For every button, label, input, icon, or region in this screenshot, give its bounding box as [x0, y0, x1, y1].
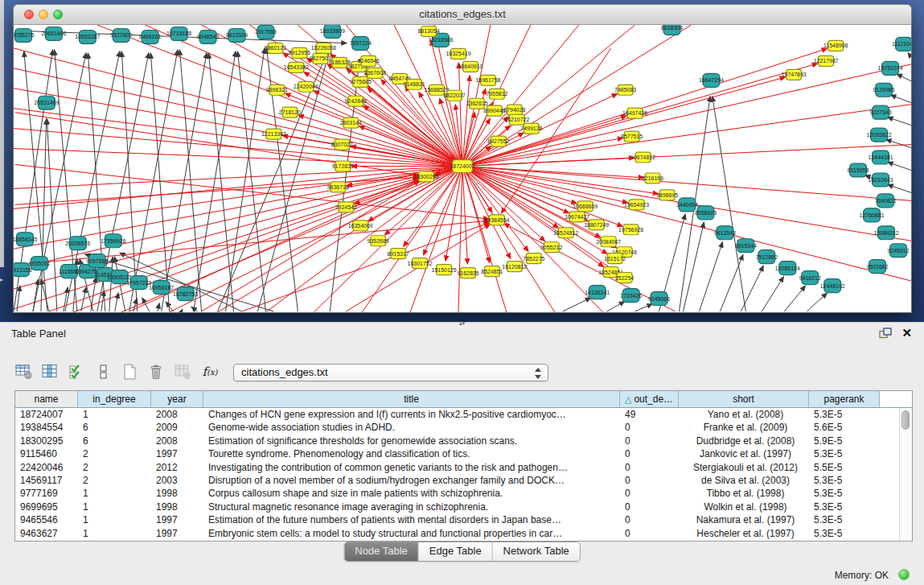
table-cell[interactable]: 0 [620, 513, 679, 526]
network-edge[interactable] [908, 52, 911, 57]
network-edge[interactable] [202, 181, 420, 311]
table-row[interactable]: 1938455462009Genome-wide association stu… [15, 421, 900, 434]
table-cell[interactable]: 5.9E-5 [809, 435, 880, 447]
import-table-disabled-icon[interactable] [174, 363, 193, 381]
network-canvas[interactable]: 9055276206914061055328715276026466161107… [13, 25, 912, 313]
table-select-dropdown[interactable]: citations_edges.txt [233, 364, 548, 381]
table-cell[interactable]: Genome-wide association studies in ADHD. [203, 421, 620, 434]
network-edge[interactable] [14, 167, 462, 229]
network-edge[interactable] [784, 286, 805, 311]
network-node[interactable]: 11121042 [892, 37, 911, 51]
network-edge[interactable] [720, 255, 743, 311]
network-edge[interactable] [179, 50, 201, 311]
network-edge[interactable] [888, 184, 911, 192]
network-node[interactable]: 3913158 [14, 263, 32, 277]
network-edge[interactable] [91, 277, 97, 311]
network-node[interactable]: 9097588 [86, 254, 108, 268]
table-cell[interactable]: 5.3E-5 [809, 408, 880, 421]
memory-status-indicator[interactable] [898, 569, 910, 580]
network-node[interactable]: 18640910 [458, 61, 483, 72]
network-node[interactable]: 6794028 [503, 105, 525, 115]
table-cell[interactable]: 2 [78, 461, 151, 474]
table-row[interactable]: 969969511998Structural magnetic resonanc… [15, 501, 900, 513]
network-node[interactable]: 7857224 [350, 36, 372, 50]
zoom-window-button[interactable] [53, 10, 63, 19]
network-edge[interactable] [158, 303, 160, 311]
column-header-in_degree[interactable]: in_degree [78, 391, 151, 408]
network-node[interactable]: 8216166 [642, 173, 663, 183]
network-edge[interactable] [741, 266, 763, 311]
network-edge[interactable] [462, 167, 659, 194]
network-node[interactable]: 9612543 [714, 226, 736, 240]
network-node[interactable]: 9416212 [799, 271, 821, 285]
network-node[interactable]: 20691406 [41, 27, 66, 40]
table-cell[interactable]: 5.6E-5 [809, 421, 880, 434]
table-cell[interactable]: 2008 [151, 408, 203, 421]
network-edge[interactable] [897, 74, 911, 81]
table-cell[interactable]: Dudbridge et al. (2008) [679, 435, 809, 447]
network-node[interactable]: 16497426 [622, 108, 647, 118]
network-node[interactable]: 18724007 [450, 160, 474, 173]
network-node[interactable]: 16033809 [320, 25, 345, 38]
table-cell[interactable]: 0 [620, 527, 679, 540]
table-cell[interactable]: 9465546 [15, 513, 78, 526]
network-node[interactable]: 12217987 [814, 56, 839, 66]
tab-network-table[interactable]: Network Table [493, 542, 580, 561]
network-node[interactable]: 10688609 [573, 201, 598, 212]
network-edge[interactable] [47, 119, 57, 311]
network-node[interactable]: 8990448 [483, 105, 505, 116]
network-node[interactable]: 8618304 [661, 25, 683, 35]
column-header-pagerank[interactable]: pagerank [809, 391, 880, 408]
network-node[interactable]: 17359928 [101, 234, 125, 248]
table-cell[interactable]: 1 [78, 527, 151, 540]
network-node[interactable]: 22420046 [294, 81, 318, 92]
table-cell[interactable]: 6 [78, 421, 151, 434]
table-cell[interactable]: 2 [78, 447, 151, 460]
network-node[interactable]: 7690821 [874, 194, 896, 208]
table-cell[interactable]: 18724007 [15, 408, 78, 421]
network-node[interactable]: 15150125 [432, 265, 457, 275]
network-edge[interactable] [699, 242, 722, 311]
network-node[interactable]: 9055212 [540, 242, 562, 253]
network-edge[interactable] [458, 167, 462, 312]
table-cell[interactable]: 1997 [151, 527, 203, 540]
network-node[interactable]: 8813054 [417, 26, 439, 36]
network-edge[interactable] [208, 53, 233, 311]
table-row[interactable]: 2242004622012Investigating the contribut… [15, 461, 900, 474]
table-cell[interactable]: Embryonic stem cells: a model to study s… [203, 527, 620, 540]
table-cell[interactable]: Yano et al. (2008) [679, 408, 809, 421]
tab-edge-table[interactable]: Edge Table [419, 542, 493, 561]
table-cell[interactable]: Corpus callosum shape and size in male p… [203, 487, 620, 500]
table-cell[interactable]: Jankovic et al. (1997) [679, 447, 809, 460]
table-cell[interactable]: 5.3E-5 [809, 447, 880, 460]
table-row[interactable]: 911546021997Tourette syndrome. Phenomeno… [15, 447, 900, 460]
network-node[interactable]: 2803144 [340, 117, 362, 128]
network-edge[interactable] [713, 97, 746, 311]
network-node[interactable]: 8860123 [265, 43, 286, 53]
network-node[interactable]: 2718120 [279, 107, 301, 117]
network-node[interactable]: 18858345 [14, 233, 38, 246]
network-node[interactable]: 7852275 [523, 253, 544, 264]
column-header-name[interactable]: name [15, 391, 78, 408]
table-cell[interactable]: 2003 [151, 474, 203, 487]
network-node[interactable]: 20084067 [596, 237, 621, 247]
table-cell[interactable]: 5.3E-5 [809, 487, 880, 500]
network-edge[interactable] [888, 162, 911, 170]
network-edge[interactable] [635, 304, 653, 311]
network-node[interactable]: 1917568 [255, 25, 277, 39]
network-node[interactable]: 9352689 [368, 236, 389, 246]
network-node[interactable]: 12448102 [820, 279, 845, 293]
network-node[interactable]: 252254 [615, 273, 634, 283]
table-cell[interactable]: 1997 [151, 513, 203, 526]
network-node[interactable]: 1615172 [604, 253, 626, 264]
table-cell[interactable]: 5.5E-5 [809, 461, 880, 474]
network-node[interactable]: 15751074 [878, 61, 903, 75]
table-row[interactable]: 946362711997Embryonic stem cells: a mode… [15, 527, 900, 540]
network-edge[interactable] [886, 139, 911, 147]
select-all-checks-icon[interactable] [68, 363, 87, 381]
table-cell[interactable]: 0 [620, 435, 679, 447]
table-cell[interactable]: Nakamura et al. (1997) [679, 513, 809, 526]
table-scrollbar-thumb[interactable] [901, 410, 910, 430]
network-edge[interactable] [41, 119, 47, 311]
network-node[interactable]: 9162835 [457, 268, 478, 278]
